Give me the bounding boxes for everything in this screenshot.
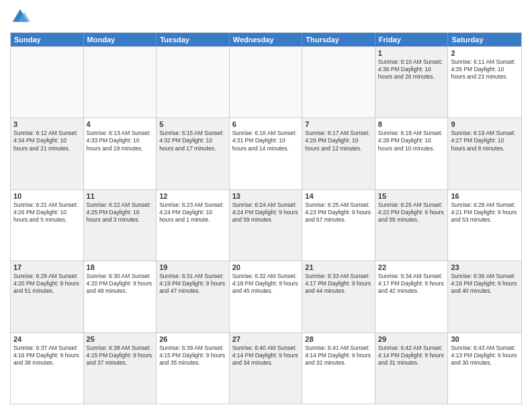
day-info: Sunrise: 6:18 AM Sunset: 4:28 PM Dayligh… [378, 130, 445, 152]
calendar-cell: 27Sunrise: 6:40 AM Sunset: 4:14 PM Dayli… [230, 333, 303, 404]
day-number: 9 [451, 120, 519, 128]
day-info: Sunrise: 6:26 AM Sunset: 4:22 PM Dayligh… [378, 201, 445, 224]
dow-saturday: Saturday [448, 33, 521, 46]
day-number: 3 [13, 120, 81, 128]
calendar-cell: 9Sunrise: 6:19 AM Sunset: 4:27 PM Daylig… [448, 118, 521, 189]
day-number: 23 [451, 263, 519, 271]
day-number: 19 [159, 263, 226, 271]
day-number: 21 [305, 263, 372, 271]
calendar-cell: 5Sunrise: 6:15 AM Sunset: 4:32 PM Daylig… [157, 118, 230, 189]
day-number: 16 [451, 192, 519, 200]
calendar-cell: 18Sunrise: 6:30 AM Sunset: 4:20 PM Dayli… [84, 261, 157, 332]
day-info: Sunrise: 6:13 AM Sunset: 4:33 PM Dayligh… [87, 130, 154, 152]
day-info: Sunrise: 6:15 AM Sunset: 4:32 PM Dayligh… [159, 130, 226, 152]
day-info: Sunrise: 6:32 AM Sunset: 4:18 PM Dayligh… [232, 273, 300, 295]
calendar-cell: 15Sunrise: 6:26 AM Sunset: 4:22 PM Dayli… [375, 190, 449, 261]
day-number: 5 [159, 120, 226, 128]
day-number: 26 [159, 335, 226, 343]
calendar-cell: 11Sunrise: 6:22 AM Sunset: 4:25 PM Dayli… [84, 190, 157, 261]
calendar-cell: 13Sunrise: 6:24 AM Sunset: 4:24 PM Dayli… [230, 190, 303, 261]
day-number: 14 [305, 192, 372, 200]
calendar-cell: 28Sunrise: 6:41 AM Sunset: 4:14 PM Dayli… [302, 333, 375, 404]
day-info: Sunrise: 6:23 AM Sunset: 4:24 PM Dayligh… [159, 201, 226, 224]
day-number: 28 [305, 335, 372, 343]
day-number: 29 [378, 335, 445, 343]
calendar-row-4: 24Sunrise: 6:37 AM Sunset: 4:16 PM Dayli… [11, 332, 521, 404]
dow-sunday: Sunday [11, 33, 84, 46]
day-info: Sunrise: 6:43 AM Sunset: 4:13 PM Dayligh… [451, 345, 519, 367]
day-number: 4 [87, 120, 154, 128]
day-info: Sunrise: 6:39 AM Sunset: 4:15 PM Dayligh… [159, 345, 226, 367]
calendar-cell: 22Sunrise: 6:34 AM Sunset: 4:17 PM Dayli… [375, 261, 449, 332]
calendar-cell: 1Sunrise: 6:10 AM Sunset: 4:36 PM Daylig… [375, 47, 449, 118]
calendar-cell: 4Sunrise: 6:13 AM Sunset: 4:33 PM Daylig… [84, 118, 157, 189]
dow-friday: Friday [375, 33, 449, 46]
calendar-cell [157, 47, 230, 118]
calendar-cell: 3Sunrise: 6:12 AM Sunset: 4:34 PM Daylig… [11, 118, 84, 189]
calendar-cell: 23Sunrise: 6:36 AM Sunset: 4:16 PM Dayli… [448, 261, 521, 332]
day-number: 27 [232, 335, 300, 343]
calendar-cell [230, 47, 303, 118]
calendar-cell [84, 47, 157, 118]
calendar-cell: 19Sunrise: 6:31 AM Sunset: 4:19 PM Dayli… [157, 261, 230, 332]
day-info: Sunrise: 6:24 AM Sunset: 4:24 PM Dayligh… [232, 201, 300, 224]
day-number: 7 [305, 120, 372, 128]
day-number: 1 [378, 49, 445, 57]
day-number: 12 [159, 192, 226, 200]
calendar-cell: 8Sunrise: 6:18 AM Sunset: 4:28 PM Daylig… [375, 118, 449, 189]
day-number: 25 [87, 335, 154, 343]
day-number: 6 [232, 120, 300, 128]
calendar-cell: 10Sunrise: 6:21 AM Sunset: 4:26 PM Dayli… [11, 190, 84, 261]
calendar-cell: 12Sunrise: 6:23 AM Sunset: 4:24 PM Dayli… [157, 190, 230, 261]
day-number: 18 [87, 263, 154, 271]
day-number: 11 [87, 192, 154, 200]
day-number: 2 [451, 49, 519, 57]
day-info: Sunrise: 6:29 AM Sunset: 4:20 PM Dayligh… [13, 273, 81, 295]
calendar-cell: 24Sunrise: 6:37 AM Sunset: 4:16 PM Dayli… [11, 333, 84, 404]
header [10, 7, 522, 27]
day-number: 13 [232, 192, 300, 200]
calendar-row-1: 3Sunrise: 6:12 AM Sunset: 4:34 PM Daylig… [11, 118, 521, 189]
day-info: Sunrise: 6:22 AM Sunset: 4:25 PM Dayligh… [87, 201, 154, 224]
day-info: Sunrise: 6:12 AM Sunset: 4:34 PM Dayligh… [13, 130, 81, 152]
calendar: Sunday Monday Tuesday Wednesday Thursday… [10, 32, 522, 404]
day-info: Sunrise: 6:41 AM Sunset: 4:14 PM Dayligh… [305, 345, 372, 367]
day-info: Sunrise: 6:17 AM Sunset: 4:29 PM Dayligh… [305, 130, 372, 152]
dow-tuesday: Tuesday [157, 33, 230, 46]
day-number: 10 [13, 192, 81, 200]
calendar-cell: 25Sunrise: 6:38 AM Sunset: 4:15 PM Dayli… [84, 333, 157, 404]
calendar-cell: 2Sunrise: 6:11 AM Sunset: 4:35 PM Daylig… [448, 47, 521, 118]
day-info: Sunrise: 6:28 AM Sunset: 4:21 PM Dayligh… [451, 201, 519, 224]
day-info: Sunrise: 6:37 AM Sunset: 4:16 PM Dayligh… [13, 345, 81, 367]
calendar-body: 1Sunrise: 6:10 AM Sunset: 4:36 PM Daylig… [11, 46, 521, 404]
day-info: Sunrise: 6:42 AM Sunset: 4:14 PM Dayligh… [378, 345, 445, 367]
day-number: 8 [378, 120, 445, 128]
day-info: Sunrise: 6:25 AM Sunset: 4:23 PM Dayligh… [305, 201, 372, 224]
calendar-cell: 14Sunrise: 6:25 AM Sunset: 4:23 PM Dayli… [302, 190, 375, 261]
day-number: 17 [13, 263, 81, 271]
calendar-cell: 26Sunrise: 6:39 AM Sunset: 4:15 PM Dayli… [157, 333, 230, 404]
calendar-cell: 17Sunrise: 6:29 AM Sunset: 4:20 PM Dayli… [11, 261, 84, 332]
calendar-cell: 7Sunrise: 6:17 AM Sunset: 4:29 PM Daylig… [302, 118, 375, 189]
calendar-row-3: 17Sunrise: 6:29 AM Sunset: 4:20 PM Dayli… [11, 261, 521, 332]
calendar-row-2: 10Sunrise: 6:21 AM Sunset: 4:26 PM Dayli… [11, 189, 521, 261]
day-info: Sunrise: 6:11 AM Sunset: 4:35 PM Dayligh… [451, 58, 519, 81]
dow-monday: Monday [84, 33, 157, 46]
day-info: Sunrise: 6:16 AM Sunset: 4:31 PM Dayligh… [232, 130, 300, 152]
calendar-row-0: 1Sunrise: 6:10 AM Sunset: 4:36 PM Daylig… [11, 46, 521, 118]
day-info: Sunrise: 6:40 AM Sunset: 4:14 PM Dayligh… [232, 345, 300, 367]
dow-thursday: Thursday [302, 33, 375, 46]
day-number: 30 [451, 335, 519, 343]
calendar-cell: 29Sunrise: 6:42 AM Sunset: 4:14 PM Dayli… [375, 333, 449, 404]
calendar-cell: 20Sunrise: 6:32 AM Sunset: 4:18 PM Dayli… [230, 261, 303, 332]
day-info: Sunrise: 6:21 AM Sunset: 4:26 PM Dayligh… [13, 201, 81, 224]
day-info: Sunrise: 6:33 AM Sunset: 4:17 PM Dayligh… [305, 273, 372, 295]
day-number: 15 [378, 192, 445, 200]
day-number: 24 [13, 335, 81, 343]
calendar-cell [302, 47, 375, 118]
day-number: 22 [378, 263, 445, 271]
calendar-cell [11, 47, 84, 118]
page: Sunday Monday Tuesday Wednesday Thursday… [0, 0, 532, 411]
day-info: Sunrise: 6:34 AM Sunset: 4:17 PM Dayligh… [378, 273, 445, 295]
logo-icon [10, 7, 30, 27]
